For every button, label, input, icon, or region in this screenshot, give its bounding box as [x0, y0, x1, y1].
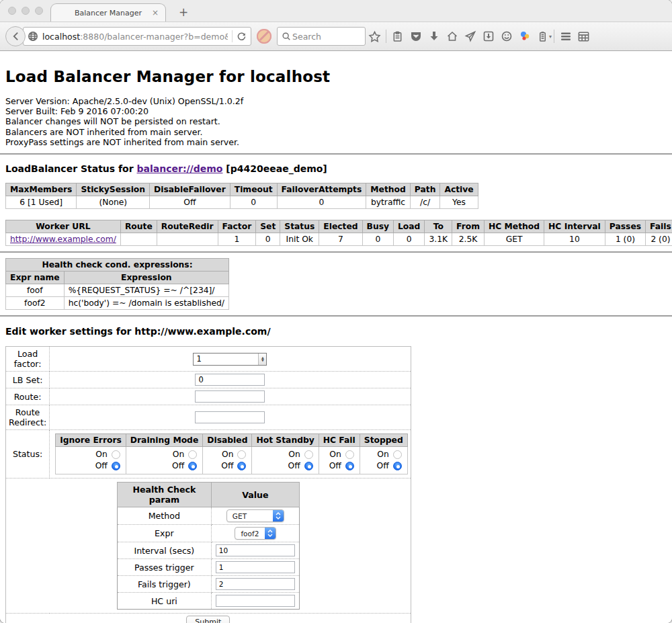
- select-arrows-icon: [273, 509, 284, 522]
- tab-balancer-manager[interactable]: Balancer Manager ×: [50, 3, 166, 22]
- route-input[interactable]: [195, 390, 265, 403]
- hc-passes-label: Passes trigger: [117, 559, 211, 576]
- ignore-errors-on-radio[interactable]: [112, 450, 120, 459]
- status-cell-hc-fail: On Off: [319, 447, 360, 474]
- zoom-window-button[interactable]: [35, 7, 43, 15]
- paper-plane-icon: [464, 30, 476, 42]
- cell-from: 2.5K: [452, 233, 485, 246]
- col-hc-interval: HC Interval: [544, 220, 605, 233]
- stopped-off-radio[interactable]: [393, 462, 402, 470]
- home-button[interactable]: [443, 28, 461, 46]
- hc-row-interval: Interval (secs): [117, 542, 299, 559]
- cell-failoverattempts: 0: [277, 196, 366, 209]
- cell-route: [120, 233, 157, 246]
- load-factor-input[interactable]: [194, 354, 258, 365]
- close-tab-icon[interactable]: ×: [152, 9, 159, 17]
- hc-value-header: Value: [211, 483, 299, 507]
- clipboard-icon: [392, 31, 403, 42]
- new-tab-button[interactable]: +: [175, 5, 192, 19]
- route-label: Route:: [6, 388, 50, 405]
- cell-set: 0: [256, 233, 280, 246]
- hc-fail-off-radio[interactable]: [345, 462, 354, 470]
- status-cell-hot-standby: On Off: [252, 447, 319, 474]
- bookmark-star-button[interactable]: [366, 28, 384, 46]
- downloads-button[interactable]: [425, 28, 443, 46]
- off-label: Off: [377, 460, 389, 472]
- search-input[interactable]: [291, 31, 351, 42]
- status-cell-ignore-errors: On Off: [56, 447, 126, 474]
- select-arrows-icon: [265, 527, 276, 540]
- back-arrow-icon: [10, 31, 21, 42]
- cell-status: Init Ok: [280, 233, 319, 246]
- globe-icon: [28, 31, 38, 42]
- pocket-button[interactable]: [407, 28, 425, 46]
- hc-expr-select[interactable]: foof2: [235, 527, 276, 540]
- content-blocked-icon[interactable]: [257, 29, 271, 44]
- edit-worker-heading: Edit worker settings for http://www.exam…: [5, 326, 667, 337]
- load-factor-label: Load factor:: [6, 347, 50, 372]
- disabled-on-radio[interactable]: [237, 450, 246, 459]
- chat-button[interactable]: [497, 28, 515, 46]
- url-text[interactable]: localhost:8880/balancer-manager?b=demo&w…: [42, 32, 228, 42]
- stopped-on-radio[interactable]: [393, 450, 402, 459]
- hc-fails-input[interactable]: [216, 578, 295, 590]
- overflow-caret-icon[interactable]: ▾: [549, 34, 552, 40]
- cell-expression: hc('body') =~ /domain is established/: [64, 297, 228, 310]
- save-page-button[interactable]: [479, 28, 497, 46]
- search-bar[interactable]: [277, 27, 366, 46]
- reading-list-button[interactable]: [388, 28, 407, 46]
- cell-disablefailover: Off: [150, 196, 230, 209]
- hc-method-select[interactable]: GET: [226, 509, 284, 522]
- hc-passes-input[interactable]: [216, 561, 295, 573]
- status-cell-draining-mode: On Off: [126, 447, 202, 474]
- close-window-button[interactable]: [8, 7, 16, 15]
- minimize-window-button[interactable]: [22, 7, 30, 15]
- window-controls[interactable]: [8, 7, 43, 15]
- url-bar[interactable]: localhost:8880/balancer-manager?b=demo&w…: [23, 27, 251, 46]
- balancer-heading-prefix: LoadBalancer Status for: [5, 163, 137, 174]
- on-label: On: [95, 449, 107, 460]
- extension-colors-button[interactable]: [515, 28, 534, 46]
- col-to: To: [425, 220, 452, 233]
- hot-standby-on-radio[interactable]: [304, 450, 313, 459]
- page-content: Load Balancer Manager for localhost Serv…: [0, 51, 672, 623]
- col-method: Method: [366, 183, 410, 196]
- back-button[interactable]: [5, 26, 26, 46]
- hot-standby-off-radio[interactable]: [304, 462, 313, 470]
- cell-factor: 1: [218, 233, 256, 246]
- col-set: Set: [256, 220, 280, 233]
- balancer-demo-link[interactable]: balancer://demo: [137, 163, 223, 174]
- pocket-icon: [410, 30, 422, 42]
- draining-mode-off-radio[interactable]: [188, 462, 197, 470]
- stepper-arrows-icon[interactable]: ▲▼: [258, 354, 266, 365]
- balancer-status-heading: LoadBalancer Status for balancer://demo …: [5, 163, 667, 174]
- worker-url-link[interactable]: http://www.example.com/: [10, 235, 116, 244]
- cell-load: 0: [394, 233, 425, 246]
- cell-passes: 1 (0): [605, 233, 645, 246]
- menu-button[interactable]: [556, 28, 575, 46]
- col-routeredir: RouteRedir: [157, 220, 218, 233]
- draining-mode-on-radio[interactable]: [188, 450, 197, 459]
- load-factor-stepper[interactable]: ▲▼: [193, 353, 267, 366]
- disabled-off-radio[interactable]: [237, 462, 246, 470]
- col-maxmembers: MaxMembers: [6, 183, 77, 196]
- hc-uri-label: HC uri: [117, 593, 211, 610]
- col-busy: Busy: [362, 220, 393, 233]
- send-tab-button[interactable]: [461, 28, 479, 46]
- route-redirect-input[interactable]: [195, 411, 265, 423]
- hc-expressions-table: Health check cond. expressions: Expr nam…: [5, 258, 229, 310]
- hc-fails-label: Fails trigger): [117, 576, 211, 593]
- form-row-load-factor: Load factor: ▲▼: [6, 347, 411, 372]
- sidebar-button[interactable]: [575, 28, 593, 46]
- submit-button[interactable]: Submit: [186, 616, 230, 623]
- lb-set-input[interactable]: [195, 374, 265, 386]
- form-row-health-check: Health Check param Value Method GET: [6, 479, 411, 614]
- hc-fail-on-radio[interactable]: [345, 450, 354, 459]
- hc-uri-input[interactable]: [216, 595, 295, 607]
- on-label: On: [377, 449, 388, 460]
- reload-icon[interactable]: [237, 32, 247, 42]
- hc-interval-input[interactable]: [216, 544, 295, 556]
- battery-icon: [537, 31, 548, 42]
- hamburger-icon: [559, 30, 573, 43]
- ignore-errors-off-radio[interactable]: [112, 462, 120, 470]
